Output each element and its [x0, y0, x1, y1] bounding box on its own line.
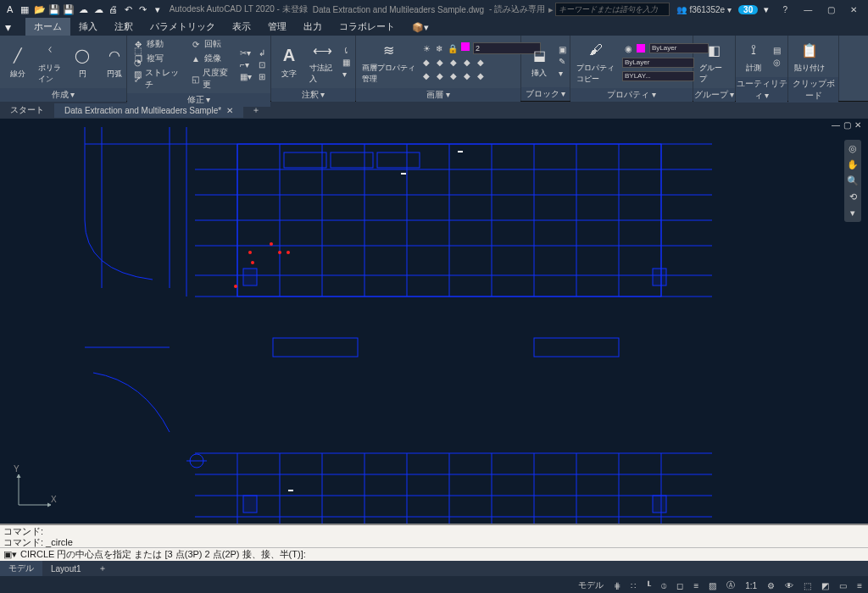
- redo-icon[interactable]: ↷: [136, 3, 149, 16]
- tab-output[interactable]: 出力: [295, 18, 331, 36]
- layer-tool-6[interactable]: ◆: [421, 70, 431, 81]
- tab-view[interactable]: 表示: [224, 18, 259, 36]
- status-lwt-icon[interactable]: ≡: [691, 581, 701, 590]
- panel-util-title[interactable]: ユーティリティ ▾: [736, 77, 787, 103]
- status-clean-icon[interactable]: ▭: [837, 581, 849, 590]
- tab-start[interactable]: スタート: [0, 102, 54, 119]
- modify-extra-1[interactable]: ↲: [257, 47, 267, 58]
- insert-block-button[interactable]: ⬓挿入: [525, 42, 554, 80]
- status-grid-icon[interactable]: ⋕: [611, 581, 623, 590]
- tab-featured[interactable]: 📦▾: [403, 19, 437, 36]
- tab-manage[interactable]: 管理: [259, 18, 295, 36]
- open-icon[interactable]: 📂: [33, 3, 46, 16]
- panel-properties-title[interactable]: プロパティ ▾: [570, 88, 693, 102]
- command-line[interactable]: ▣▾ CIRCLE 円の中心点を指定 または [3 点(3P) 2 点(2P) …: [0, 547, 868, 561]
- status-transparency-icon[interactable]: ▨: [706, 581, 719, 590]
- block-attr[interactable]: ▾: [557, 68, 568, 79]
- save-icon[interactable]: 💾: [47, 3, 60, 16]
- layer-off-icon[interactable]: ☀: [421, 42, 432, 54]
- block-create[interactable]: ▣: [557, 44, 568, 55]
- group-button[interactable]: ◧グループ: [697, 37, 732, 86]
- panel-layers-title[interactable]: 画層 ▾: [356, 88, 520, 102]
- layer-tool-10[interactable]: ◆: [476, 70, 486, 81]
- nav-expand-icon[interactable]: ▾: [850, 208, 855, 219]
- mirror-button[interactable]: ▲鏡像: [188, 52, 235, 65]
- vc-max-icon[interactable]: ▢: [843, 120, 851, 130]
- panel-annotate-title[interactable]: 注釈 ▾: [271, 88, 355, 102]
- text-button[interactable]: A文字: [275, 43, 303, 81]
- minimize-icon[interactable]: ―: [798, 3, 819, 16]
- util-2[interactable]: ◎: [771, 57, 782, 68]
- modify-extra-2[interactable]: ⊡: [257, 59, 267, 70]
- maximize-icon[interactable]: ▢: [821, 3, 842, 16]
- status-annoscale-icon[interactable]: Ⓐ: [724, 579, 737, 591]
- status-snap-icon[interactable]: ∷: [628, 581, 638, 590]
- stretch-button[interactable]: ⤢ストレッチ: [131, 66, 185, 91]
- table-button[interactable]: ▦: [341, 57, 352, 68]
- qat-custom-icon[interactable]: ▾: [151, 3, 164, 16]
- polyline-button[interactable]: ᚲポリライン: [36, 37, 64, 86]
- tab-collaborate[interactable]: コラボレート: [331, 18, 403, 36]
- status-iso-icon[interactable]: ⬚: [801, 581, 814, 590]
- tab-document[interactable]: Data Extraction and Multileaders Sample*…: [54, 103, 243, 118]
- close-icon[interactable]: ✕: [843, 3, 865, 16]
- paste-button[interactable]: 📋貼り付け: [792, 37, 827, 75]
- layer-lock-icon[interactable]: 🔒: [446, 42, 459, 54]
- trim-button[interactable]: ✂▾: [238, 47, 253, 58]
- modify-extra-3[interactable]: ⊞: [257, 71, 267, 82]
- ribbon-minimize-icon[interactable]: ▾: [5, 20, 11, 34]
- new-icon[interactable]: ▦: [18, 3, 31, 16]
- tab-parametric[interactable]: パラメトリック: [142, 18, 224, 36]
- measure-button[interactable]: ⟟計測: [739, 37, 768, 75]
- dimension-button[interactable]: ⟷寸法記入: [307, 37, 337, 86]
- arc-button[interactable]: ◠円弧: [100, 43, 129, 81]
- layer-freeze-icon[interactable]: ❄: [434, 42, 444, 54]
- status-hw-icon[interactable]: ◩: [819, 581, 832, 590]
- layer-tool-8[interactable]: ◆: [448, 70, 459, 81]
- panel-draw-title[interactable]: 作成 ▾: [0, 88, 126, 102]
- drawing-area[interactable]: ― ▢ ✕ ◎ ✋ 🔍 ⟲ ▾ Y X: [0, 119, 868, 524]
- panel-group-title[interactable]: グループ ▾: [693, 88, 735, 102]
- status-custom-icon[interactable]: ≡: [854, 581, 865, 590]
- scale-button[interactable]: ◱尺度変更: [188, 66, 235, 91]
- tab-layout-add[interactable]: ＋: [90, 561, 115, 576]
- tab-home[interactable]: ホーム: [25, 18, 70, 36]
- circle-button[interactable]: ◯円: [68, 43, 97, 81]
- plot-icon[interactable]: 🖨: [107, 3, 120, 16]
- tab-annotate[interactable]: 注釈: [106, 18, 142, 36]
- vc-close-icon[interactable]: ✕: [854, 120, 861, 130]
- vc-min-icon[interactable]: ―: [832, 120, 840, 130]
- status-ortho-icon[interactable]: ┖: [643, 581, 654, 590]
- trial-badge[interactable]: 30: [738, 5, 758, 14]
- fillet-button[interactable]: ⌐▾: [238, 59, 253, 70]
- panel-block-title[interactable]: ブロック ▾: [521, 87, 570, 101]
- layer-tool-2[interactable]: ◆: [435, 57, 445, 68]
- status-ws-icon[interactable]: ⚙: [765, 581, 777, 590]
- layer-properties-button[interactable]: ≋画層プロパティ 管理: [359, 37, 418, 86]
- autodesk-app-icon[interactable]: ▾: [760, 3, 772, 16]
- app-menu-icon[interactable]: A: [3, 3, 16, 16]
- status-annomon-icon[interactable]: 👁: [782, 581, 796, 590]
- status-model[interactable]: モデル: [576, 579, 606, 591]
- array-button[interactable]: ▦▾: [238, 71, 253, 82]
- tab-model[interactable]: モデル: [0, 561, 42, 576]
- nav-orbit-icon[interactable]: ⟲: [849, 191, 857, 202]
- cloud-save-icon[interactable]: ☁: [92, 3, 105, 16]
- status-scale[interactable]: 1:1: [743, 581, 760, 590]
- tab-close-icon[interactable]: ✕: [226, 106, 233, 115]
- tab-insert[interactable]: 挿入: [70, 18, 106, 36]
- tab-add-button[interactable]: ＋: [243, 102, 269, 119]
- layer-tool-1[interactable]: ◆: [421, 57, 431, 68]
- layer-tool-3[interactable]: ◆: [448, 57, 459, 68]
- nav-pan-icon[interactable]: ✋: [847, 159, 859, 170]
- user-button[interactable]: 👥 f361352e ▾: [676, 5, 732, 14]
- saveas-icon[interactable]: 💾: [63, 3, 75, 16]
- help-icon[interactable]: ?: [775, 3, 796, 16]
- util-1[interactable]: ▤: [771, 45, 782, 56]
- nav-wheel-icon[interactable]: ◎: [849, 143, 857, 154]
- rotate-button[interactable]: ⟳回転: [188, 37, 235, 51]
- layer-tool-9[interactable]: ◆: [462, 70, 472, 81]
- nav-zoom-icon[interactable]: 🔍: [847, 175, 859, 186]
- search-input[interactable]: [555, 3, 670, 16]
- layer-tool-4[interactable]: ◆: [462, 57, 472, 68]
